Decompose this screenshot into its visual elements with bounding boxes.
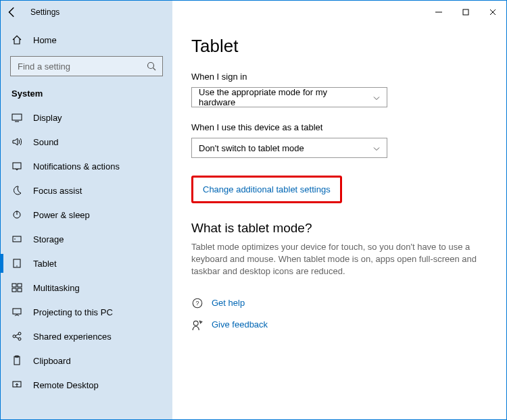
- home-icon: [11, 34, 22, 45]
- projecting-icon: [11, 307, 22, 317]
- svg-rect-8: [13, 163, 21, 169]
- info-heading: What is tablet mode?: [191, 221, 487, 236]
- sidebar-item-power-sleep[interactable]: Power & sleep: [1, 203, 172, 227]
- remote-desktop-icon: [11, 379, 22, 390]
- change-additional-settings-link[interactable]: Change additional tablet settings: [203, 184, 331, 194]
- svg-line-5: [153, 68, 156, 71]
- svg-point-21: [18, 332, 21, 335]
- sidebar-item-storage[interactable]: Storage: [1, 227, 172, 251]
- storage-icon: [11, 234, 22, 244]
- signin-select-value: Use the appropriate mode for my hardware: [199, 87, 365, 107]
- svg-point-30: [193, 321, 198, 325]
- sidebar-item-label: Multitasking: [33, 283, 80, 293]
- chevron-down-icon: [373, 143, 380, 153]
- svg-point-22: [18, 338, 21, 340]
- sidebar-item-label: Projecting to this PC: [33, 307, 113, 317]
- svg-rect-16: [18, 284, 22, 287]
- sidebar-item-label: Notifications & actions: [33, 161, 120, 172]
- sidebar-item-shared-experiences[interactable]: Shared experiences: [1, 324, 172, 348]
- svg-rect-18: [18, 288, 22, 292]
- search-input[interactable]: [16, 61, 146, 72]
- sidebar-item-display[interactable]: Display: [1, 105, 172, 130]
- titlebar: Settings: [1, 1, 506, 24]
- power-icon: [11, 209, 22, 220]
- svg-rect-19: [13, 309, 21, 314]
- chevron-down-icon: [373, 93, 380, 103]
- window-title: Settings: [30, 7, 59, 17]
- clipboard-icon: [11, 355, 22, 366]
- moon-icon: [11, 185, 22, 196]
- maximize-button[interactable]: [452, 3, 479, 22]
- astablet-select-value: Don't switch to tablet mode: [199, 143, 304, 153]
- sidebar-item-sound[interactable]: Sound: [1, 130, 172, 154]
- display-icon: [11, 112, 22, 123]
- sidebar-item-projecting[interactable]: Projecting to this PC: [1, 300, 172, 324]
- sidebar-item-focus-assist[interactable]: Focus assist: [1, 178, 172, 203]
- svg-point-20: [13, 335, 16, 338]
- sidebar-item-label: Focus assist: [33, 186, 82, 196]
- info-body: Tablet mode optimizes your device for to…: [191, 241, 487, 278]
- sidebar-item-clipboard[interactable]: Clipboard: [1, 348, 172, 373]
- svg-rect-1: [463, 9, 468, 15]
- sidebar-home-label: Home: [33, 35, 57, 45]
- content-pane: Tablet When I sign in Use the appropriat…: [172, 24, 506, 419]
- svg-line-23: [16, 334, 18, 336]
- sidebar-item-label: Remote Desktop: [33, 380, 99, 390]
- notifications-icon: [11, 161, 22, 172]
- sidebar-home[interactable]: Home: [1, 30, 172, 53]
- svg-rect-17: [12, 288, 16, 292]
- sidebar-item-notifications[interactable]: Notifications & actions: [1, 154, 172, 178]
- astablet-label: When I use this device as a tablet: [191, 122, 487, 132]
- sidebar-item-label: Clipboard: [33, 356, 71, 366]
- tablet-icon: [11, 258, 22, 269]
- svg-rect-11: [13, 236, 21, 242]
- sidebar-item-label: Storage: [33, 234, 64, 244]
- page-title: Tablet: [191, 36, 487, 57]
- sidebar-item-tablet[interactable]: Tablet: [1, 251, 172, 275]
- svg-point-4: [148, 63, 154, 69]
- svg-text:?: ?: [195, 300, 199, 307]
- sidebar: Home System Display Sound Notifications …: [1, 24, 172, 419]
- svg-point-14: [16, 265, 17, 266]
- back-button[interactable]: [6, 6, 18, 18]
- shared-icon: [11, 331, 22, 342]
- sidebar-item-label: Display: [33, 113, 62, 123]
- minimize-button[interactable]: [425, 3, 452, 22]
- svg-point-12: [14, 238, 16, 240]
- sidebar-item-label: Sound: [33, 137, 59, 147]
- sidebar-item-multitasking[interactable]: Multitasking: [1, 275, 172, 300]
- sidebar-item-label: Power & sleep: [33, 210, 90, 220]
- sound-icon: [11, 136, 22, 147]
- svg-rect-6: [12, 114, 22, 120]
- sidebar-item-label: Shared experiences: [33, 332, 112, 342]
- sidebar-item-label: Tablet: [33, 259, 57, 269]
- signin-select[interactable]: Use the appropriate mode for my hardware: [191, 87, 387, 107]
- close-button[interactable]: [479, 3, 506, 22]
- sidebar-section-title: System: [1, 86, 172, 105]
- give-feedback-link[interactable]: Give feedback: [212, 319, 268, 330]
- change-additional-settings-highlight: Change additional tablet settings: [191, 176, 342, 203]
- multitasking-icon: [11, 282, 22, 293]
- get-help-link[interactable]: Get help: [212, 298, 245, 308]
- svg-line-24: [16, 337, 18, 338]
- signin-label: When I sign in: [191, 72, 487, 82]
- help-icon: ?: [191, 297, 203, 309]
- search-box[interactable]: [10, 56, 163, 76]
- search-icon: [146, 61, 157, 72]
- astablet-select[interactable]: Don't switch to tablet mode: [191, 138, 387, 158]
- sidebar-item-remote-desktop[interactable]: Remote Desktop: [1, 373, 172, 397]
- feedback-icon: [191, 319, 203, 331]
- svg-rect-15: [12, 284, 16, 287]
- svg-rect-25: [14, 357, 20, 365]
